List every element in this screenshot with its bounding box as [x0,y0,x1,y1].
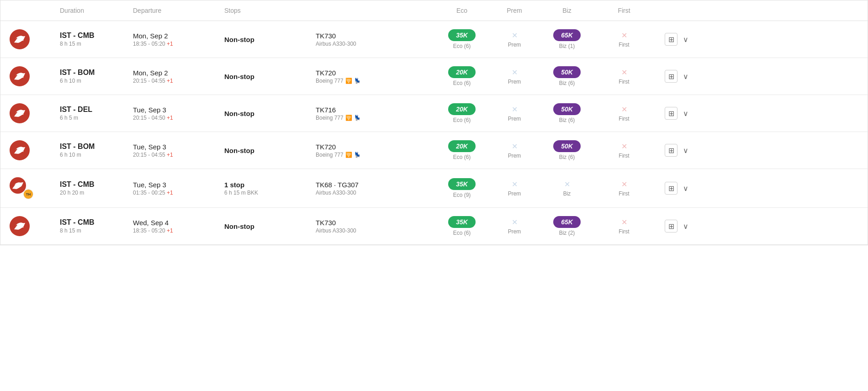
route-info: IST - CMB 8 h 15 m [60,218,133,234]
stops-label: Non-stop [224,36,316,43]
duration: 6 h 10 m [60,152,133,158]
route-info: IST - BOM 6 h 10 m [60,69,133,84]
biz-label: Biz [563,190,571,197]
biz-label: Biz (6) [559,154,575,160]
prem-class: ✕ Prem [489,105,540,122]
svg-point-11 [16,149,19,153]
flight-details: TK720 Boeing 777 🛜 💺 [316,69,434,84]
departure-info: Tue, Sep 3 20:15 - 04:50 +1 [133,106,224,121]
eco-label: Eco (6) [453,43,471,49]
stops-info: Non-stop [224,147,316,154]
flight-number: TK720 [316,69,434,77]
row-actions[interactable]: ⊞ ∨ [654,107,690,120]
flight-details: TK720 Boeing 777 🛜 💺 [316,143,434,158]
dep-date: Tue, Sep 3 [133,181,224,189]
first-unavail-icon: ✕ [621,68,627,77]
svg-point-5 [16,75,19,79]
route-info: IST - CMB 8 h 15 m [60,32,133,47]
route-info: IST - CMB 20 h 20 m [60,180,133,196]
route-main: IST - DEL [60,106,133,114]
table-row: TH IST - CMB 20 h 20 m Tue, Sep 3 01:35 … [0,169,868,208]
expand-button[interactable]: ⊞ [665,144,677,157]
svg-point-8 [16,112,19,116]
wifi-icon: 🛜 [345,152,352,158]
biz-class[interactable]: 50K Biz (6) [540,140,594,160]
eco-price[interactable]: 20K [448,66,476,78]
dep-date: Tue, Sep 3 [133,143,224,151]
biz-class[interactable]: 50K Biz (6) [540,66,594,86]
aircraft: Boeing 777 🛜 💺 [316,152,434,158]
prem-class: ✕ Prem [489,218,540,235]
row-actions[interactable]: ⊞ ∨ [654,70,690,83]
expand-chevron[interactable]: ∨ [681,182,690,195]
tk-logo [10,140,30,160]
biz-price[interactable]: 50K [553,103,581,115]
aircraft: Airbus A330-300 [316,227,434,234]
expand-chevron[interactable]: ∨ [681,220,690,232]
duration: 20 h 20 m [60,190,133,196]
stops-label: Non-stop [224,222,316,230]
row-actions[interactable]: ⊞ ∨ [654,33,690,46]
tk-logo [10,103,30,123]
prem-unavail-icon: ✕ [512,105,518,114]
biz-unavail-icon: ✕ [564,180,570,189]
prem-label: Prem [508,228,521,235]
expand-chevron[interactable]: ∨ [681,107,690,120]
duration: 6 h 5 m [60,115,133,121]
airline-logo [10,103,60,123]
eco-class[interactable]: 20K Eco (6) [434,66,489,86]
aircraft: Airbus A330-300 [316,41,434,47]
route-info: IST - BOM 6 h 10 m [60,143,133,158]
dep-date: Tue, Sep 3 [133,106,224,114]
flight-number: TK720 [316,143,434,151]
airline-logo [10,29,60,49]
row-actions[interactable]: ⊞ ∨ [654,220,690,232]
first-label: First [619,153,629,159]
first-class: ✕ First [594,142,654,159]
row-actions[interactable]: ⊞ ∨ [654,182,690,195]
prem-unavail-icon: ✕ [512,142,518,151]
eco-price[interactable]: 35K [448,178,476,190]
biz-class[interactable]: 65K Biz (1) [540,29,594,49]
dep-time: 20:15 - 04:55 +1 [133,152,224,158]
expand-button[interactable]: ⊞ [665,70,677,83]
svg-point-0 [12,32,27,47]
expand-button[interactable]: ⊞ [665,33,677,46]
wifi-icon: 🛜 [345,78,352,84]
biz-price[interactable]: 65K [553,216,581,228]
first-class: ✕ First [594,31,654,48]
prem-unavail-icon: ✕ [512,68,518,77]
flight-number: TK730 [316,219,434,227]
svg-point-12 [11,179,24,192]
eco-class[interactable]: 20K Eco (6) [434,103,489,123]
table-row: IST - BOM 6 h 10 m Tue, Sep 3 20:15 - 04… [0,132,868,169]
expand-chevron[interactable]: ∨ [681,33,690,46]
expand-chevron[interactable]: ∨ [681,144,690,157]
row-actions[interactable]: ⊞ ∨ [654,144,690,157]
eco-label: Eco (9) [453,192,471,198]
eco-price[interactable]: 35K [448,216,476,228]
seat-icon: 💺 [354,78,361,84]
biz-price[interactable]: 50K [553,140,581,152]
dep-date: Wed, Sep 4 [133,219,224,227]
expand-chevron[interactable]: ∨ [681,70,690,83]
eco-price[interactable]: 35K [448,29,476,41]
table-row: IST - CMB 8 h 15 m Mon, Sep 2 18:35 - 05… [0,21,868,58]
biz-class[interactable]: 65K Biz (2) [540,216,594,236]
expand-button[interactable]: ⊞ [665,107,677,120]
expand-button[interactable]: ⊞ [665,182,677,195]
flight-details: TK716 Boeing 777 🛜 💺 [316,106,434,121]
biz-price[interactable]: 65K [553,29,581,41]
eco-class[interactable]: 35K Eco (6) [434,216,489,236]
eco-class[interactable]: 35K Eco (9) [434,178,489,198]
table-header: Duration Departure Stops Eco Prem Biz Fi… [0,0,868,21]
eco-price[interactable]: 20K [448,140,476,152]
eco-class[interactable]: 35K Eco (6) [434,29,489,49]
eco-price[interactable]: 20K [448,103,476,115]
eco-class[interactable]: 20K Eco (6) [434,140,489,160]
biz-label: Biz (1) [559,43,575,49]
biz-class[interactable]: 50K Biz (6) [540,103,594,123]
tk-logo [10,29,30,49]
biz-price[interactable]: 50K [553,66,581,78]
expand-button[interactable]: ⊞ [665,220,677,232]
